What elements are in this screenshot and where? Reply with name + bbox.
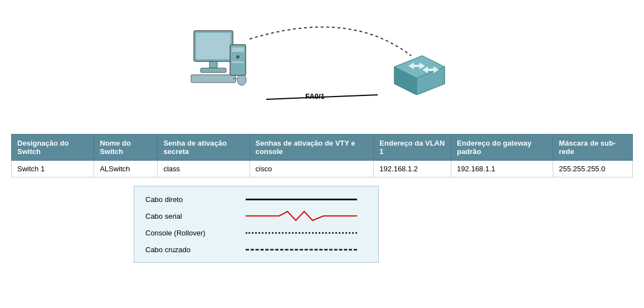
- header-mascara: Máscara de sub-rede: [553, 134, 633, 161]
- legend-item-direct: Cabo direto: [145, 191, 367, 208]
- svg-rect-11: [232, 61, 244, 63]
- svg-point-10: [236, 55, 240, 59]
- header-endereco-vlan: Endereço da VLAN 1: [374, 134, 451, 161]
- legend-item-cruzado: Cabo cruzado: [145, 241, 367, 258]
- switch-svg: [389, 50, 450, 95]
- cell-mascara: 255.255.255.0: [553, 161, 633, 177]
- legend-box: Cabo direto Cabo serial Console (Rollove…: [134, 186, 379, 263]
- switch-icon: [389, 50, 456, 100]
- main-container: FA0/1 Designação do Switch Nome do Switc…: [0, 0, 644, 268]
- svg-point-6: [237, 74, 246, 85]
- data-table: Designação do Switch Nome do Switch Senh…: [11, 134, 633, 177]
- serial-right: [324, 215, 357, 216]
- serial-left: [246, 215, 279, 216]
- cell-senhas-vty: cisco: [250, 161, 374, 177]
- console-line-icon: [246, 232, 357, 234]
- legend-label-direct: Cabo direto: [145, 195, 246, 204]
- cell-nome: ALSwitch: [94, 161, 158, 177]
- cell-designacao: Switch 1: [12, 161, 94, 177]
- legend-line-cruzado: [246, 244, 367, 255]
- svg-rect-2: [196, 33, 231, 59]
- header-designacao: Designação do Switch: [12, 134, 94, 161]
- computer-svg: [188, 28, 250, 95]
- legend-line-direct: [246, 194, 367, 205]
- diagram-inner: FA0/1: [155, 6, 489, 128]
- direct-line-icon: [246, 199, 357, 200]
- svg-rect-5: [191, 75, 236, 83]
- legend-label-cruzado: Cabo cruzado: [145, 246, 246, 254]
- cell-gateway: 192.168.1.1: [451, 161, 553, 177]
- table-header-row: Designação do Switch Nome do Switch Senh…: [12, 134, 633, 161]
- table-row: Switch 1 ALSwitch class cisco 192.168.1.…: [12, 161, 633, 177]
- legend-item-serial: Cabo serial: [145, 208, 367, 224]
- diagram-area: FA0/1: [11, 6, 633, 134]
- header-senha-secreta: Senha de ativação secreta: [158, 134, 250, 161]
- header-senhas-vty: Senhas de ativação de VTY e console: [250, 134, 374, 161]
- svg-rect-3: [209, 61, 217, 68]
- cell-senha-secreta: class: [158, 161, 250, 177]
- header-gateway: Endereço do gateway padrão: [451, 134, 553, 161]
- computer-icon: [188, 28, 255, 100]
- zigzag-icon: [279, 210, 324, 222]
- legend-line-console: [246, 227, 367, 238]
- legend-label-console: Console (Rollover): [145, 229, 246, 237]
- svg-rect-4: [201, 68, 226, 73]
- connection-label: FA0/1: [305, 92, 325, 100]
- legend-item-console: Console (Rollover): [145, 224, 367, 241]
- cell-endereco-vlan: 192.168.1.2: [374, 161, 451, 177]
- legend-label-serial: Cabo serial: [145, 212, 246, 220]
- legend-line-serial: [246, 210, 367, 222]
- svg-rect-9: [232, 47, 244, 52]
- header-nome: Nome do Switch: [94, 134, 158, 161]
- cruzado-line-icon: [246, 249, 357, 251]
- serial-line-icon: [246, 210, 357, 222]
